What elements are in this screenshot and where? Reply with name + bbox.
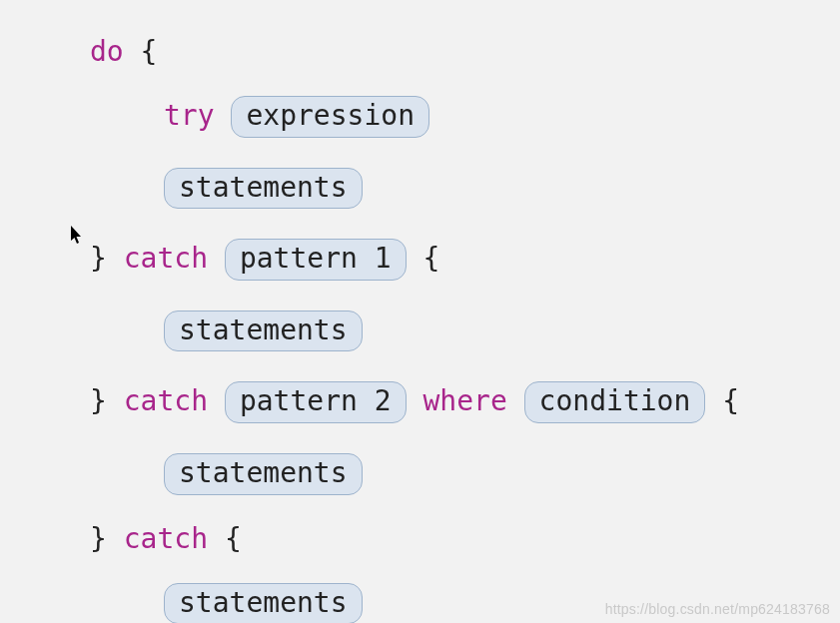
keyword-try: try	[164, 99, 215, 132]
code-line: statements	[90, 311, 840, 352]
brace-open	[124, 35, 141, 68]
token-statements[interactable]: statements	[164, 168, 363, 210]
code-line: do {	[90, 38, 840, 66]
token-statements[interactable]: statements	[164, 311, 363, 352]
token-statements[interactable]: statements	[164, 583, 363, 623]
code-line: } catch pattern 1 {	[90, 239, 840, 281]
keyword-do: do	[90, 35, 124, 68]
brace-open: {	[722, 384, 739, 417]
code-line: statements	[90, 168, 840, 210]
token-statements[interactable]: statements	[164, 453, 363, 495]
code-line: } catch pattern 2 where condition {	[90, 381, 840, 423]
token-condition[interactable]: condition	[524, 381, 706, 423]
watermark-text: https://blog.csdn.net/mp624183768	[605, 601, 830, 617]
brace-open: {	[225, 522, 242, 555]
token-pattern2[interactable]: pattern 2	[225, 381, 407, 423]
code-line: try expression	[90, 96, 840, 138]
code-block: do { try expression statements } catch p…	[0, 0, 840, 623]
brace-close: }	[90, 384, 107, 417]
keyword-where: where	[422, 384, 506, 417]
brace-close: }	[90, 242, 107, 275]
keyword-catch: catch	[124, 522, 208, 555]
keyword-catch: catch	[124, 242, 208, 275]
token-expression[interactable]: expression	[231, 96, 429, 138]
brace-close: }	[90, 522, 107, 555]
brace-open: {	[141, 35, 158, 68]
brace-open: {	[422, 242, 439, 275]
code-line: statements	[90, 453, 840, 495]
keyword-catch: catch	[124, 384, 208, 417]
code-line: } catch {	[90, 525, 840, 553]
token-pattern1[interactable]: pattern 1	[225, 239, 407, 281]
